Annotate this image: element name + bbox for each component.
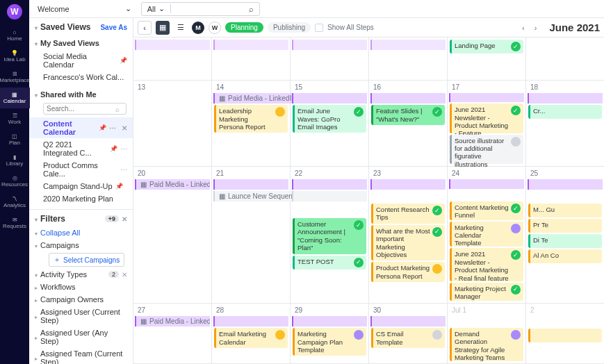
close-icon[interactable]: ✕ (122, 124, 127, 132)
calendar-card[interactable]: June 2021 Newsletter - Product Marketing… (450, 104, 523, 133)
calendar-day[interactable]: 29 Marketing Campaign Plan Template (291, 304, 369, 363)
save-as-link[interactable]: Save As (100, 24, 127, 31)
calendar-card[interactable]: Cr... (528, 105, 602, 119)
calendar-card[interactable]: June 2021 Newsletter - Product Marketing… (450, 248, 523, 281)
calendar-card[interactable]: Product Marketing Persona Report (371, 262, 445, 282)
filter-row[interactable]: Assigned Team (Current Step) (35, 347, 127, 364)
filter-activity-types[interactable]: Activity Types 2 ✕ (35, 268, 127, 281)
avatar-w[interactable]: W (209, 22, 221, 34)
span-event[interactable]: ▦ Paid Media - LinkedIn - Gartner MQ (135, 316, 210, 326)
more-icon[interactable]: ⋯ (120, 166, 127, 174)
clear-filters-icon[interactable]: ✕ (122, 215, 127, 223)
publishing-pill[interactable]: Publishing (268, 22, 311, 33)
calendar-day[interactable]: 14▦ Paid Media - LinkedIn - Gartner MQLe… (212, 81, 291, 166)
calendar-card[interactable]: Marketing Campaign Plan Template (293, 328, 366, 356)
calendar-day[interactable] (526, 38, 604, 80)
span-event[interactable] (370, 40, 446, 50)
calendar-day[interactable]: 18 Cr... (526, 81, 604, 166)
calendar-card[interactable]: Demand Generation Strategy for Agile Mar… (450, 328, 523, 361)
rail-home[interactable]: ⌂ Home (0, 25, 30, 46)
calendar-day[interactable] (133, 38, 212, 80)
avatar-m[interactable]: M (192, 22, 204, 34)
calendar-day[interactable]: 22 Customer Announcement | "Coming Soon:… (291, 167, 369, 303)
global-filter[interactable]: All ⌄ ⌕ (141, 2, 260, 16)
calendar-day[interactable]: 17 June 2021 Newsletter - Product Market… (448, 81, 526, 166)
calendar-card[interactable]: Marketing Project Manager✓ (450, 283, 523, 301)
calendar-day[interactable] (212, 38, 291, 80)
rail-resources[interactable]: ◎ Resources (0, 171, 30, 192)
chevron-down-icon[interactable] (35, 214, 38, 224)
calendar-day[interactable]: 16 Feature Slides | "What's New?"✓ (369, 81, 448, 166)
list-view-button[interactable]: ☰ (174, 21, 188, 35)
search-icon[interactable]: ⌕ (115, 106, 120, 113)
calendar-card[interactable]: CS Email Template (371, 328, 445, 348)
clear-filter-icon[interactable]: ✕ (122, 271, 127, 279)
span-event[interactable] (528, 179, 603, 190)
chevron-down-icon[interactable] (35, 90, 38, 99)
saved-view-item[interactable]: 2020 Marketing Plan (35, 192, 127, 205)
calendar-card[interactable]: Content Research Tips✓ (371, 204, 445, 224)
app-logo[interactable]: W (7, 4, 22, 19)
span-event[interactable] (213, 316, 288, 326)
calendar-day[interactable]: Landing Page✓ (448, 38, 526, 80)
rail-work[interactable]: ☰ Work (0, 108, 30, 129)
span-event[interactable] (213, 179, 288, 190)
show-all-checkbox[interactable] (315, 24, 323, 32)
calendar-card[interactable]: Email June Waves: GoPro Email Images✓ (293, 105, 366, 133)
calendar-card[interactable]: Al An Co (528, 249, 602, 263)
filter-row[interactable]: Assigned User (Current Step) (35, 306, 127, 326)
calendar-card[interactable]: Landing Page✓ (450, 40, 523, 53)
calendar-card[interactable]: Marketing Calendar Template (450, 222, 523, 247)
span-event[interactable]: ▦ Paid Media - LinkedIn - Gartner MQ (135, 179, 210, 190)
saved-view-item[interactable]: Social Media Calendar 📌 (35, 50, 127, 71)
calendar-card[interactable]: Source illustrator for additional figura… (450, 135, 523, 164)
select-campaigns-button[interactable]: ＋ Select Campaigns (49, 253, 124, 267)
rail-marketplace[interactable]: ⊞ Marketplace (0, 67, 30, 88)
saved-view-item[interactable]: Product Comms Cale... ⋯ (35, 159, 127, 180)
rail-library[interactable]: ▮ Library (0, 150, 30, 171)
calendar-day[interactable]: 27▦ Paid Media - LinkedIn - Gartner MQ (133, 304, 212, 363)
planning-pill[interactable]: Planning (225, 22, 263, 33)
calendar-day[interactable]: 13 (133, 81, 212, 166)
saved-view-item[interactable]: Campaign Stand-Up 📌 (35, 180, 127, 192)
span-event[interactable] (370, 316, 446, 326)
calendar-card[interactable]: Customer Announcement | "Coming Soon: Pl… (293, 218, 366, 254)
calendar-card[interactable]: M... Gu (528, 204, 602, 217)
prev-button[interactable]: ‹ (138, 21, 152, 35)
saved-view-search-input[interactable] (43, 103, 126, 115)
rail-idea-lab[interactable]: 💡 Idea Lab (0, 46, 30, 67)
calendar-card[interactable] (528, 329, 602, 342)
filter-row[interactable]: Workflows (35, 281, 127, 293)
calendar-card[interactable]: TEST POST✓ (293, 256, 366, 270)
rail-requests[interactable]: ✉ Requests (0, 213, 30, 233)
calendar-card[interactable]: Leadership Marketing Persona Report (214, 105, 288, 133)
calendar-card[interactable]: What are the Most Important Marketing Ob… (371, 225, 445, 261)
calendar-day[interactable] (291, 38, 369, 80)
rail-plan[interactable]: ◫ Plan (0, 129, 30, 150)
calendar-day[interactable] (369, 38, 448, 80)
saved-view-item[interactable]: Francesco's Work Cal... (35, 71, 127, 83)
calendar-day[interactable]: 30 CS Email Template (369, 304, 448, 363)
chevron-down-icon[interactable] (35, 22, 38, 32)
filter-row[interactable]: Campaign Owners (35, 293, 127, 306)
month-prev-icon[interactable]: ‹ (519, 24, 528, 32)
calendar-card[interactable]: Feature Slides | "What's New?"✓ (371, 105, 445, 125)
calendar-day[interactable]: 2 (526, 304, 604, 363)
span-event[interactable] (213, 40, 288, 50)
span-event[interactable] (292, 316, 367, 326)
calendar-day[interactable]: 20▦ Paid Media - LinkedIn - Gartner MQ (133, 167, 212, 303)
calendar-day[interactable]: 25 M... GuPr TeDi TeAl An Co (526, 167, 604, 303)
calendar-card[interactable]: Email Marketing Calendar (214, 328, 288, 348)
calendar-day[interactable]: Jul 1Demand Generation Strategy for Agil… (448, 304, 526, 363)
workspace-selector[interactable]: Welcome ⌄ (33, 4, 136, 13)
global-search-input[interactable] (177, 3, 246, 15)
calendar-day[interactable]: 15 Email June Waves: GoPro Email Images✓ (291, 81, 369, 166)
chevron-down-icon[interactable] (35, 39, 38, 47)
calendar-day[interactable]: 28 Email Marketing Calendar (212, 304, 291, 363)
more-icon[interactable]: ⋯ (120, 145, 127, 153)
calendar-day[interactable]: 21 ▦ Launce New Sequence : Prospect : St… (212, 167, 291, 303)
calendar-day[interactable]: 23 Content Research Tips✓What are the Mo… (369, 167, 448, 303)
span-event[interactable] (449, 179, 524, 189)
rail-analytics[interactable]: 〽 Analytics (0, 192, 30, 213)
calendar-view-button[interactable]: ▦ (156, 21, 170, 35)
